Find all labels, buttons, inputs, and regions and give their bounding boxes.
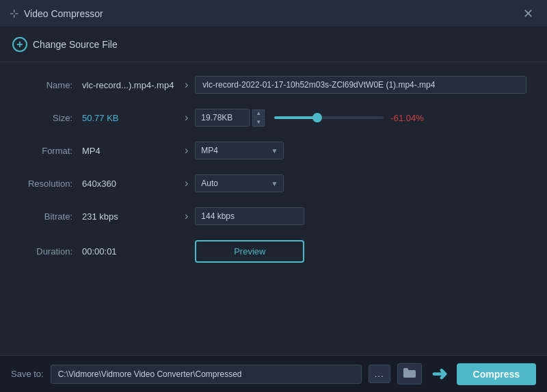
name-row: Name: vlc-record...).mp4-.mp4 › vlc-reco… bbox=[21, 76, 526, 94]
compress-button[interactable]: Compress bbox=[457, 363, 536, 385]
arrow-forward-icon: ➜ bbox=[431, 363, 447, 385]
size-source-value: 50.77 KB bbox=[82, 113, 178, 123]
three-dots-button[interactable]: ... bbox=[369, 365, 390, 383]
duration-source-value: 00:00:01 bbox=[82, 246, 178, 257]
size-row: Size: 50.77 KB › ▲ ▼ -61.04% bbox=[21, 109, 526, 127]
resolution-dropdown-value: Auto bbox=[201, 179, 218, 188]
format-source-value: MP4 bbox=[82, 146, 178, 156]
size-percent-label: -61.04% bbox=[390, 113, 423, 123]
resolution-row: Resolution: 640x360 › Auto ▼ bbox=[21, 174, 526, 192]
footer: Save to: C:\Vidmore\Vidmore Video Conver… bbox=[0, 355, 547, 392]
window-title: Video Compressor bbox=[24, 8, 103, 19]
resolution-arrow-icon: › bbox=[185, 177, 188, 190]
resolution-source-value: 640x360 bbox=[82, 179, 178, 189]
size-slider-track[interactable] bbox=[274, 116, 384, 119]
size-up-button[interactable]: ▲ bbox=[252, 109, 265, 118]
resolution-label: Resolution: bbox=[21, 179, 82, 189]
bitrate-row: Bitrate: 231 kbps › bbox=[21, 207, 526, 225]
size-down-button[interactable]: ▼ bbox=[252, 118, 265, 127]
toolbar: + Change Source File bbox=[0, 27, 547, 62]
format-label: Format: bbox=[21, 146, 82, 156]
duration-row: Duration: 00:00:01 › Preview bbox=[21, 240, 526, 263]
size-slider-fill bbox=[274, 116, 317, 119]
close-button[interactable]: ✕ bbox=[519, 6, 537, 21]
title-bar-left: ⊹ Video Compressor bbox=[10, 7, 103, 20]
resolution-dropdown[interactable]: Auto ▼ bbox=[195, 174, 284, 192]
bitrate-input[interactable] bbox=[195, 207, 304, 225]
size-input-wrap: ▲ ▼ bbox=[195, 109, 265, 127]
format-dropdown-arrow: ▼ bbox=[271, 147, 278, 155]
format-dropdown[interactable]: MP4 ▼ bbox=[195, 142, 284, 159]
change-source-label: Change Source File bbox=[33, 39, 118, 50]
window-icon: ⊹ bbox=[10, 7, 18, 20]
save-to-label: Save to: bbox=[11, 369, 44, 379]
size-slider-wrap: -61.04% bbox=[274, 113, 423, 123]
title-bar: ⊹ Video Compressor ✕ bbox=[0, 0, 547, 27]
format-arrow-icon: › bbox=[185, 144, 188, 157]
change-source-button[interactable]: + Change Source File bbox=[12, 37, 118, 52]
size-slider-thumb[interactable] bbox=[312, 113, 322, 122]
browse-folder-button[interactable] bbox=[397, 363, 422, 384]
svg-rect-1 bbox=[403, 368, 408, 371]
duration-label: Duration: bbox=[21, 246, 82, 257]
name-label: Name: bbox=[21, 80, 82, 90]
save-path[interactable]: C:\Vidmore\Vidmore Video Converter\Compr… bbox=[51, 365, 362, 384]
format-row: Format: MP4 › MP4 ▼ bbox=[21, 142, 526, 159]
main-content: Name: vlc-record...).mp4-.mp4 › vlc-reco… bbox=[0, 62, 547, 291]
name-output[interactable]: vlc-record-2022-01-17-10h52m03s-ZCl69dVt… bbox=[195, 76, 526, 94]
bitrate-source-value: 231 kbps bbox=[82, 211, 178, 222]
name-source-value: vlc-record...).mp4-.mp4 bbox=[82, 80, 178, 90]
name-arrow-icon: › bbox=[185, 79, 188, 91]
size-label: Size: bbox=[21, 113, 82, 123]
add-icon: + bbox=[12, 37, 27, 52]
size-input[interactable] bbox=[195, 109, 250, 127]
bitrate-arrow-icon: › bbox=[185, 210, 188, 222]
bitrate-label: Bitrate: bbox=[21, 211, 82, 222]
size-arrow-icon: › bbox=[185, 112, 188, 124]
size-spinners: ▲ ▼ bbox=[252, 109, 265, 127]
resolution-dropdown-arrow: ▼ bbox=[271, 180, 278, 187]
preview-button[interactable]: Preview bbox=[195, 240, 304, 263]
folder-icon bbox=[403, 368, 416, 378]
format-dropdown-value: MP4 bbox=[201, 146, 218, 155]
